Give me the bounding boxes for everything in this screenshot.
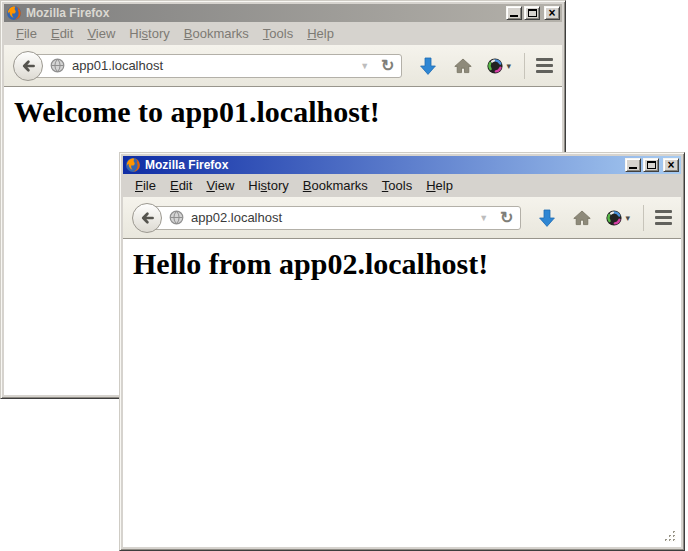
close-icon: × — [667, 160, 674, 170]
home-button[interactable] — [573, 210, 591, 226]
home-button[interactable] — [454, 58, 472, 74]
menu-help[interactable]: Help — [419, 176, 460, 195]
minimize-button[interactable] — [506, 6, 522, 20]
firefox-icon[interactable] — [125, 157, 141, 173]
back-button[interactable] — [132, 203, 162, 233]
menu-tools[interactable]: Tools — [256, 24, 300, 43]
menu-hamburger-button[interactable] — [655, 210, 672, 225]
navigation-toolbar: app02.localhost ▼ ↻ ▾ — [123, 197, 681, 239]
minimize-icon — [629, 167, 637, 169]
page-heading: Hello from app02.localhost! — [123, 239, 681, 281]
menu-file[interactable]: File — [9, 24, 44, 43]
back-arrow-icon — [139, 210, 155, 226]
close-button[interactable]: × — [663, 158, 679, 172]
menu-help[interactable]: Help — [300, 24, 341, 43]
maximize-button[interactable] — [524, 6, 540, 20]
url-bar[interactable]: app02.localhost ▼ ↻ — [147, 206, 521, 230]
reload-icon[interactable]: ↻ — [381, 58, 394, 74]
url-input[interactable]: app02.localhost — [191, 210, 479, 225]
menu-file[interactable]: File — [128, 176, 163, 195]
navigation-toolbar: app01.localhost ▼ ↻ ▾ — [4, 45, 562, 87]
menu-bookmarks[interactable]: Bookmarks — [177, 24, 256, 43]
site-identity-globe-icon[interactable] — [50, 58, 65, 73]
downloads-button[interactable] — [538, 209, 556, 227]
menu-view[interactable]: View — [80, 24, 122, 43]
menu-history[interactable]: History — [241, 176, 295, 195]
download-arrow-icon — [538, 209, 556, 227]
close-button[interactable]: × — [544, 6, 560, 20]
site-identity-globe-icon[interactable] — [169, 210, 184, 225]
reload-icon[interactable]: ↻ — [500, 210, 513, 226]
minimize-button[interactable] — [625, 158, 641, 172]
search-caret-icon: ▾ — [625, 213, 630, 223]
toolbar-separator — [524, 53, 525, 79]
search-engine-button[interactable]: ▾ — [606, 210, 630, 226]
back-arrow-icon — [20, 58, 36, 74]
window-title: Mozilla Firefox — [26, 6, 506, 20]
search-engine-icon — [606, 210, 622, 226]
menu-view[interactable]: View — [199, 176, 241, 195]
firefox-icon[interactable] — [6, 5, 22, 21]
page-heading: Welcome to app01.localhost! — [4, 87, 562, 129]
url-dropdown-icon[interactable]: ▼ — [360, 61, 369, 71]
resize-grip[interactable] — [664, 530, 677, 543]
menu-bar: File Edit View History Bookmarks Tools H… — [123, 174, 681, 197]
search-engine-button[interactable]: ▾ — [487, 58, 511, 74]
menu-edit[interactable]: Edit — [44, 24, 80, 43]
minimize-icon — [510, 15, 518, 17]
menu-bookmarks[interactable]: Bookmarks — [296, 176, 375, 195]
window-controls: × — [506, 6, 560, 20]
url-dropdown-icon[interactable]: ▼ — [479, 213, 488, 223]
menu-bar: File Edit View History Bookmarks Tools H… — [4, 22, 562, 45]
desktop: Mozilla Firefox × File Edit View History… — [0, 0, 688, 551]
window-controls: × — [625, 158, 679, 172]
home-icon — [573, 210, 591, 226]
downloads-button[interactable] — [419, 57, 437, 75]
maximize-button[interactable] — [643, 158, 659, 172]
title-bar[interactable]: Mozilla Firefox × — [4, 4, 562, 22]
search-caret-icon: ▾ — [506, 61, 511, 71]
page-content: Hello from app02.localhost! — [123, 239, 681, 547]
title-bar[interactable]: Mozilla Firefox × — [123, 156, 681, 174]
menu-hamburger-button[interactable] — [536, 58, 553, 73]
window-title: Mozilla Firefox — [145, 158, 625, 172]
maximize-icon — [647, 161, 656, 169]
menu-history[interactable]: History — [122, 24, 176, 43]
search-engine-icon — [487, 58, 503, 74]
menu-edit[interactable]: Edit — [163, 176, 199, 195]
url-input[interactable]: app01.localhost — [72, 58, 360, 73]
back-button[interactable] — [13, 51, 43, 81]
toolbar-separator — [643, 205, 644, 231]
firefox-window-app02: Mozilla Firefox × File Edit View History… — [119, 152, 685, 551]
home-icon — [454, 58, 472, 74]
url-bar[interactable]: app01.localhost ▼ ↻ — [28, 54, 402, 78]
download-arrow-icon — [419, 57, 437, 75]
maximize-icon — [528, 9, 537, 17]
close-icon: × — [548, 8, 555, 18]
menu-tools[interactable]: Tools — [375, 176, 419, 195]
